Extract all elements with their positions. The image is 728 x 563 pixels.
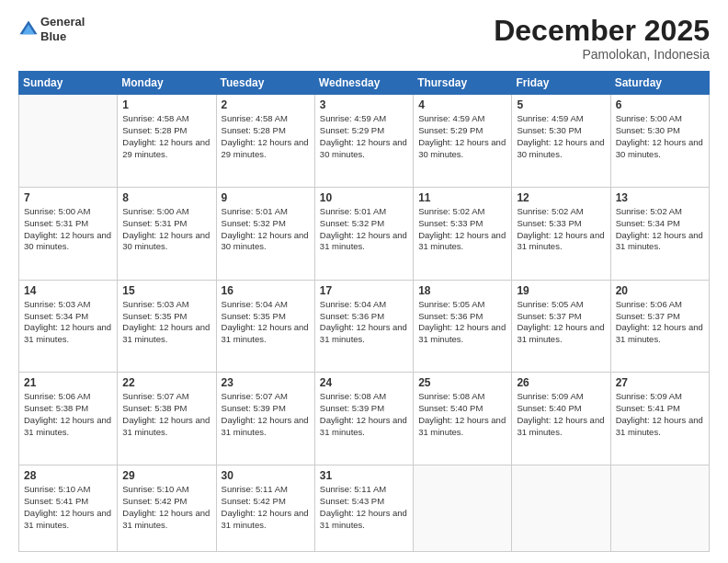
week-row-0: 1Sunrise: 4:58 AM Sunset: 5:28 PM Daylig… [19,95,710,188]
calendar-cell: 30Sunrise: 5:11 AM Sunset: 5:42 PM Dayli… [216,465,314,552]
cell-info: Sunrise: 5:02 AM Sunset: 5:34 PM Dayligh… [616,206,704,253]
calendar-table: SundayMondayTuesdayWednesdayThursdayFrid… [18,71,710,552]
calendar-cell: 29Sunrise: 5:10 AM Sunset: 5:42 PM Dayli… [118,465,216,552]
weekday-thursday: Thursday [414,72,512,95]
calendar-cell: 9Sunrise: 5:01 AM Sunset: 5:32 PM Daylig… [216,187,314,280]
calendar-cell: 12Sunrise: 5:02 AM Sunset: 5:33 PM Dayli… [512,187,610,280]
calendar-cell [19,95,118,188]
day-number: 7 [24,191,112,204]
calendar-cell: 31Sunrise: 5:11 AM Sunset: 5:43 PM Dayli… [314,465,413,552]
day-number: 16 [222,284,310,297]
day-number: 29 [122,469,210,482]
day-number: 1 [122,98,210,111]
cell-info: Sunrise: 5:05 AM Sunset: 5:37 PM Dayligh… [517,299,605,346]
day-number: 21 [24,376,112,389]
cell-info: Sunrise: 5:03 AM Sunset: 5:34 PM Dayligh… [24,299,112,346]
month-title: December 2025 [494,15,710,47]
calendar-cell: 23Sunrise: 5:07 AM Sunset: 5:39 PM Dayli… [216,373,314,465]
day-number: 3 [320,98,408,111]
calendar-cell: 5Sunrise: 4:59 AM Sunset: 5:30 PM Daylig… [512,95,610,188]
day-number: 13 [616,191,704,204]
cell-info: Sunrise: 4:58 AM Sunset: 5:28 PM Dayligh… [222,113,310,160]
cell-info: Sunrise: 5:08 AM Sunset: 5:40 PM Dayligh… [418,391,506,438]
cell-info: Sunrise: 5:00 AM Sunset: 5:31 PM Dayligh… [122,206,210,253]
day-number: 27 [616,376,704,389]
calendar-cell: 28Sunrise: 5:10 AM Sunset: 5:41 PM Dayli… [19,465,118,552]
day-number: 22 [122,376,210,389]
day-number: 28 [24,469,112,482]
calendar-cell: 6Sunrise: 5:00 AM Sunset: 5:30 PM Daylig… [610,95,709,188]
cell-info: Sunrise: 5:10 AM Sunset: 5:41 PM Dayligh… [24,484,112,531]
calendar-cell: 27Sunrise: 5:09 AM Sunset: 5:41 PM Dayli… [610,373,709,465]
day-number: 19 [517,284,605,297]
cell-info: Sunrise: 5:06 AM Sunset: 5:38 PM Dayligh… [24,391,112,438]
logo-line2: Blue [40,29,85,44]
calendar-cell: 26Sunrise: 5:09 AM Sunset: 5:40 PM Dayli… [512,373,610,465]
calendar-cell [512,465,610,552]
calendar-cell: 15Sunrise: 5:03 AM Sunset: 5:35 PM Dayli… [118,280,216,373]
calendar-cell: 22Sunrise: 5:07 AM Sunset: 5:38 PM Dayli… [118,373,216,465]
calendar-cell [610,465,709,552]
calendar-cell: 1Sunrise: 4:58 AM Sunset: 5:28 PM Daylig… [118,95,216,188]
weekday-friday: Friday [512,72,610,95]
logo-line1: General [40,15,85,29]
cell-info: Sunrise: 4:58 AM Sunset: 5:28 PM Dayligh… [122,113,210,160]
calendar-cell: 8Sunrise: 5:00 AM Sunset: 5:31 PM Daylig… [118,187,216,280]
day-number: 12 [517,191,605,204]
calendar-cell: 10Sunrise: 5:01 AM Sunset: 5:32 PM Dayli… [314,187,413,280]
day-number: 9 [222,191,310,204]
cell-info: Sunrise: 4:59 AM Sunset: 5:29 PM Dayligh… [320,113,408,160]
day-number: 18 [418,284,506,297]
calendar-cell: 3Sunrise: 4:59 AM Sunset: 5:29 PM Daylig… [314,95,413,188]
cell-info: Sunrise: 4:59 AM Sunset: 5:30 PM Dayligh… [517,113,605,160]
cell-info: Sunrise: 5:01 AM Sunset: 5:32 PM Dayligh… [222,206,310,253]
calendar-cell: 18Sunrise: 5:05 AM Sunset: 5:36 PM Dayli… [414,280,512,373]
day-number: 23 [222,376,310,389]
day-number: 11 [418,191,506,204]
day-number: 20 [616,284,704,297]
calendar-cell: 24Sunrise: 5:08 AM Sunset: 5:39 PM Dayli… [314,373,413,465]
day-number: 31 [320,469,408,482]
calendar-cell: 21Sunrise: 5:06 AM Sunset: 5:38 PM Dayli… [19,373,118,465]
cell-info: Sunrise: 5:09 AM Sunset: 5:41 PM Dayligh… [616,391,704,438]
calendar-cell: 7Sunrise: 5:00 AM Sunset: 5:31 PM Daylig… [19,187,118,280]
logo-text: General Blue [40,15,85,43]
cell-info: Sunrise: 5:00 AM Sunset: 5:31 PM Dayligh… [24,206,112,253]
cell-info: Sunrise: 5:04 AM Sunset: 5:36 PM Dayligh… [320,299,408,346]
weekday-saturday: Saturday [610,72,709,95]
cell-info: Sunrise: 5:07 AM Sunset: 5:39 PM Dayligh… [222,391,310,438]
calendar-cell: 20Sunrise: 5:06 AM Sunset: 5:37 PM Dayli… [610,280,709,373]
cell-info: Sunrise: 5:11 AM Sunset: 5:43 PM Dayligh… [320,484,408,531]
cell-info: Sunrise: 5:02 AM Sunset: 5:33 PM Dayligh… [517,206,605,253]
weekday-header-row: SundayMondayTuesdayWednesdayThursdayFrid… [19,72,710,95]
cell-info: Sunrise: 5:08 AM Sunset: 5:39 PM Dayligh… [320,391,408,438]
day-number: 2 [222,98,310,111]
calendar-cell: 11Sunrise: 5:02 AM Sunset: 5:33 PM Dayli… [414,187,512,280]
week-row-3: 21Sunrise: 5:06 AM Sunset: 5:38 PM Dayli… [19,373,710,465]
calendar-cell: 17Sunrise: 5:04 AM Sunset: 5:36 PM Dayli… [314,280,413,373]
page: General Blue December 2025 Pamolokan, In… [0,0,728,563]
day-number: 15 [122,284,210,297]
week-row-2: 14Sunrise: 5:03 AM Sunset: 5:34 PM Dayli… [19,280,710,373]
day-number: 10 [320,191,408,204]
header: General Blue December 2025 Pamolokan, In… [18,15,710,62]
calendar-cell: 2Sunrise: 4:58 AM Sunset: 5:28 PM Daylig… [216,95,314,188]
cell-info: Sunrise: 5:00 AM Sunset: 5:30 PM Dayligh… [616,113,704,160]
calendar-cell: 16Sunrise: 5:04 AM Sunset: 5:35 PM Dayli… [216,280,314,373]
calendar-cell: 25Sunrise: 5:08 AM Sunset: 5:40 PM Dayli… [414,373,512,465]
title-block: December 2025 Pamolokan, Indonesia [494,15,710,62]
cell-info: Sunrise: 5:03 AM Sunset: 5:35 PM Dayligh… [122,299,210,346]
weekday-wednesday: Wednesday [314,72,413,95]
cell-info: Sunrise: 5:01 AM Sunset: 5:32 PM Dayligh… [320,206,408,253]
day-number: 8 [122,191,210,204]
day-number: 26 [517,376,605,389]
day-number: 24 [320,376,408,389]
week-row-1: 7Sunrise: 5:00 AM Sunset: 5:31 PM Daylig… [19,187,710,280]
day-number: 14 [24,284,112,297]
cell-info: Sunrise: 5:05 AM Sunset: 5:36 PM Dayligh… [418,299,506,346]
week-row-4: 28Sunrise: 5:10 AM Sunset: 5:41 PM Dayli… [19,465,710,552]
weekday-monday: Monday [118,72,216,95]
weekday-sunday: Sunday [19,72,118,95]
calendar-cell [414,465,512,552]
cell-info: Sunrise: 5:11 AM Sunset: 5:42 PM Dayligh… [222,484,310,531]
